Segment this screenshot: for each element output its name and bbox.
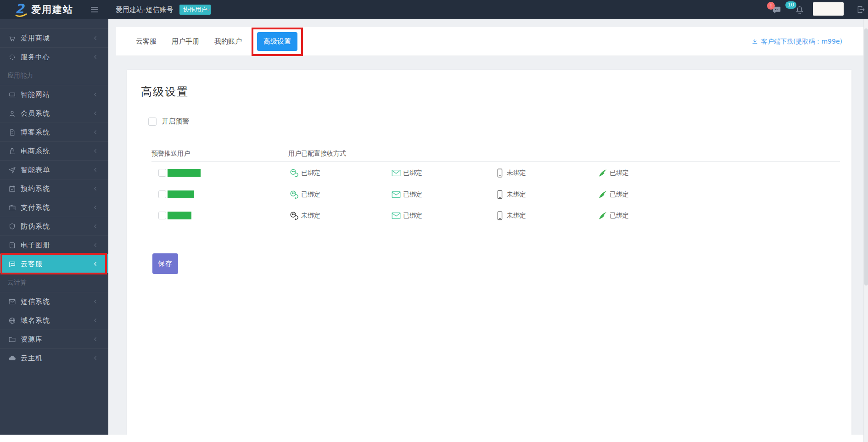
col-methods-header: 用户已配置接收方式 xyxy=(288,150,346,158)
hamburger-icon[interactable] xyxy=(90,5,99,14)
sidebar-item-label: 预约系统 xyxy=(21,185,50,193)
wechat-icon xyxy=(289,211,299,221)
album-icon xyxy=(8,241,16,249)
table-row: 未绑定已绑定未绑定已绑定 xyxy=(127,205,851,226)
notification-count-badge: 10 xyxy=(785,1,796,9)
laptop-icon xyxy=(8,91,16,99)
tab-2[interactable]: 我的账户 xyxy=(214,37,242,46)
row-checkbox[interactable] xyxy=(158,212,166,219)
status-label: 已绑定 xyxy=(403,169,422,177)
sidebar-item-chat-bubble[interactable]: 云客服 xyxy=(0,254,108,273)
aiyong-logo-icon: 2 xyxy=(14,2,28,17)
sidebar-item-label: 电子图册 xyxy=(21,241,50,250)
col-users-header: 预警推送用户 xyxy=(151,150,190,158)
enable-warning-checkbox[interactable] xyxy=(148,117,157,126)
sidebar-item-cloud[interactable]: 云主机 xyxy=(0,348,108,367)
tab-1[interactable]: 用户手册 xyxy=(172,37,199,46)
sidebar-item-folder[interactable]: 资源库 xyxy=(0,330,108,348)
phone-icon xyxy=(495,168,505,178)
status-label: 已绑定 xyxy=(301,190,320,199)
chevron-left-icon xyxy=(93,261,98,267)
folder-icon xyxy=(8,336,16,343)
globe-icon xyxy=(8,317,16,325)
sidebar-item-spinner[interactable]: 服务中心 xyxy=(0,47,108,66)
wallet-icon xyxy=(8,204,16,212)
sidebar-item-laptop[interactable]: 智能网站 xyxy=(0,85,108,104)
svg-text:2: 2 xyxy=(15,2,25,17)
chevron-left-icon xyxy=(93,148,98,154)
caret-down-icon[interactable] xyxy=(206,7,211,12)
sidebar-item-paper-plane[interactable]: 智能表单 xyxy=(0,160,108,179)
sidebar-item-globe[interactable]: 域名系统 xyxy=(0,311,108,330)
bell-icon[interactable] xyxy=(795,5,805,15)
chevron-left-icon xyxy=(93,111,98,116)
cloud-icon xyxy=(8,354,16,362)
sidebar-item-label: 资源库 xyxy=(21,335,43,344)
sidebar-item-label: 智能网站 xyxy=(21,90,50,99)
sidebar-item-user[interactable]: 会员系统 xyxy=(0,104,108,123)
chevron-left-icon xyxy=(93,336,98,342)
wechat-icon xyxy=(289,168,299,178)
user-icon xyxy=(8,110,16,117)
chevron-left-icon xyxy=(93,35,98,41)
cart-icon xyxy=(8,34,16,42)
scrollbar[interactable] xyxy=(863,19,868,442)
sidebar-item-label: 短信系统 xyxy=(21,297,50,306)
table-header: 预警推送用户 用户已配置接收方式 xyxy=(151,148,840,162)
status-cell: 已绑定 xyxy=(598,205,629,226)
client-download-link[interactable]: 客户端下载(提取码：m99e) xyxy=(751,27,842,56)
chevron-left-icon xyxy=(93,355,98,361)
calendar-icon xyxy=(8,185,16,193)
status-label: 已绑定 xyxy=(610,169,629,177)
status-label: 已绑定 xyxy=(301,169,320,177)
sidebar-section-header: 应用能力 xyxy=(0,66,108,85)
wing-icon xyxy=(598,211,608,221)
page-bottom-gap xyxy=(0,435,868,442)
sidebar-item-cart[interactable]: 爱用商城 xyxy=(0,28,108,47)
main-area: 云客服用户手册我的账户高级设置 客户端下载(提取码：m99e) 高级设置 开启预… xyxy=(108,19,863,442)
sidebar-item-calendar[interactable]: 预约系统 xyxy=(0,179,108,198)
wing-icon xyxy=(598,168,608,178)
sidebar-item-label: 云客服 xyxy=(21,260,43,269)
sidebar-item-album[interactable]: 电子图册 xyxy=(0,235,108,254)
chevron-left-icon xyxy=(93,318,98,323)
save-button[interactable]: 保存 xyxy=(152,253,178,274)
status-label: 已绑定 xyxy=(403,190,422,199)
status-cell: 未绑定 xyxy=(495,184,526,205)
row-checkbox[interactable] xyxy=(158,169,166,177)
sidebar-item-bag[interactable]: 电商系统 xyxy=(0,141,108,160)
table-row: 已绑定已绑定未绑定已绑定 xyxy=(127,184,851,205)
status-label: 已绑定 xyxy=(610,212,629,220)
chevron-left-icon xyxy=(93,167,98,173)
settings-card: 高级设置 开启预警 预警推送用户 用户已配置接收方式 已绑定已绑定未绑定已绑定已… xyxy=(127,70,851,435)
account-name-redacted xyxy=(813,2,844,16)
sidebar-item-shield[interactable]: 防伪系统 xyxy=(0,217,108,235)
row-checkbox[interactable] xyxy=(158,190,166,198)
chevron-left-icon xyxy=(93,129,98,135)
logout-icon[interactable] xyxy=(857,5,866,14)
enable-warning-row: 开启预警 xyxy=(148,117,189,126)
table-row: 已绑定已绑定未绑定已绑定 xyxy=(127,162,851,184)
shield-icon xyxy=(8,223,16,230)
tab-0[interactable]: 云客服 xyxy=(136,37,157,46)
download-icon xyxy=(751,38,758,45)
sidebar-item-label: 域名系统 xyxy=(21,316,50,325)
sidebar-item-mail[interactable]: 短信系统 xyxy=(0,292,108,311)
redacted-username xyxy=(168,190,194,198)
status-cell: 已绑定 xyxy=(391,184,422,205)
chevron-left-icon xyxy=(93,54,98,60)
phone-icon xyxy=(495,190,505,200)
sidebar-item-document[interactable]: 博客系统 xyxy=(0,123,108,141)
sidebar-item-wallet[interactable]: 支付系统 xyxy=(0,198,108,217)
app-root: 2 爱用建站 爱用建站-短信账号 协作用户 1 10 爱用商城服务中心应用能力智… xyxy=(0,0,868,442)
status-cell: 未绑定 xyxy=(495,205,526,226)
envelope-icon xyxy=(391,168,401,178)
client-download-label: 客户端下载(提取码：m99e) xyxy=(761,38,842,46)
tab-active-wrap: 高级设置 xyxy=(257,32,297,51)
topbar: 2 爱用建站 爱用建站-短信账号 协作用户 1 10 xyxy=(0,0,868,19)
tab-3[interactable]: 高级设置 xyxy=(257,32,297,51)
chevron-left-icon xyxy=(93,299,98,304)
scrollbar-thumb[interactable] xyxy=(864,28,868,285)
sidebar-item-label: 防伪系统 xyxy=(21,222,50,231)
chevron-left-icon xyxy=(93,224,98,229)
